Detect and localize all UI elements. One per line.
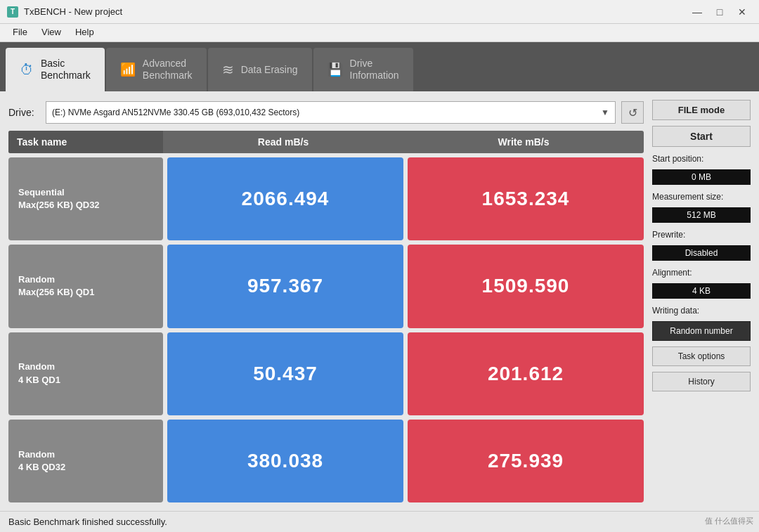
tab-drive-information-label: DriveInformation [350,58,399,82]
table-row: RandomMax(256 KB) QD1 957.367 1509.590 [8,245,644,327]
menu-bar: File View Help [0,24,759,42]
writing-data-label: Writing data: [652,306,751,316]
task-options-button[interactable]: Task options [652,346,751,366]
row-1-read: 2066.494 [167,157,403,240]
advanced-benchmark-icon: 📶 [120,62,136,77]
alignment-value: 4 KB [652,283,751,299]
row-4-read: 380.038 [167,420,403,502]
basic-benchmark-icon: ⏱ [20,62,34,78]
start-button[interactable]: Start [652,126,751,147]
row-4-label: Random4 KB QD32 [8,420,163,502]
row-2-write: 1509.590 [408,245,644,327]
drive-select[interactable]: (E:) NVMe Asgard AN512NVMe 330.45 GB (69… [46,101,616,124]
row-2-read: 957.367 [167,245,403,327]
drive-select-value: (E:) NVMe Asgard AN512NVMe 330.45 GB (69… [52,108,601,117]
maximize-button[interactable]: □ [710,4,729,20]
benchmark-table: Task name Read mB/s Write mB/s Sequentia… [8,131,644,502]
measurement-size-value: 512 MB [652,207,751,223]
app-icon: T [7,6,18,18]
header-task-name: Task name [8,131,163,153]
start-position-label: Start position: [652,154,751,164]
title-bar-controls: — □ ✕ [687,4,752,20]
header-write: Write mB/s [403,131,644,153]
drive-label: Drive: [8,107,40,118]
tab-drive-information[interactable]: 💾 DriveInformation [313,48,413,91]
alignment-label: Alignment: [652,268,751,278]
row-3-label: Random4 KB QD1 [8,332,163,415]
title-bar-left: T TxBENCH - New project [7,6,122,18]
right-panel: FILE mode Start Start position: 0 MB Mea… [652,100,751,502]
measurement-size-label: Measurement size: [652,192,751,202]
status-message: Basic Benchmark finished successfully. [8,517,167,527]
refresh-button[interactable]: ↺ [621,101,644,124]
menu-view[interactable]: View [34,25,68,40]
main-area: Drive: (E:) NVMe Asgard AN512NVMe 330.45… [0,91,759,511]
table-row: Random4 KB QD32 380.038 275.939 [8,420,644,502]
status-bar: Basic Benchmark finished successfully. [0,511,759,532]
tab-basic-benchmark[interactable]: ⏱ BasicBenchmark [6,48,105,91]
tab-bar: ⏱ BasicBenchmark 📶 AdvancedBenchmark ≋ D… [0,42,759,91]
table-header: Task name Read mB/s Write mB/s [8,131,644,153]
data-erasing-icon: ≋ [222,61,234,78]
row-2-label: RandomMax(256 KB) QD1 [8,245,163,327]
tab-advanced-benchmark-label: AdvancedBenchmark [143,58,193,82]
row-1-write: 1653.234 [408,157,644,240]
menu-help[interactable]: Help [68,25,101,40]
prewrite-label: Prewrite: [652,230,751,240]
title-bar: T TxBENCH - New project — □ ✕ [0,0,759,24]
dropdown-arrow-icon: ▼ [601,108,609,117]
menu-file[interactable]: File [6,25,34,40]
drive-row: Drive: (E:) NVMe Asgard AN512NVMe 330.45… [8,100,644,125]
row-4-write: 275.939 [408,420,644,502]
table-rows: SequentialMax(256 KB) QD32 2066.494 1653… [8,157,644,502]
table-row: Random4 KB QD1 50.437 201.612 [8,332,644,415]
watermark: 值 什么值得买 [705,516,753,526]
left-panel: Drive: (E:) NVMe Asgard AN512NVMe 330.45… [8,100,644,502]
writing-data-value[interactable]: Random number [652,321,751,341]
minimize-button[interactable]: — [687,4,707,20]
tab-basic-benchmark-label: BasicBenchmark [41,58,91,82]
drive-information-icon: 💾 [327,62,343,77]
table-row: SequentialMax(256 KB) QD32 2066.494 1653… [8,157,644,240]
history-button[interactable]: History [652,372,751,391]
row-3-read: 50.437 [167,332,403,415]
window-title: TxBENCH - New project [24,6,122,17]
tab-data-erasing[interactable]: ≋ Data Erasing [208,48,312,91]
close-button[interactable]: ✕ [732,4,752,20]
tab-data-erasing-label: Data Erasing [241,64,298,76]
prewrite-value: Disabled [652,245,751,261]
tab-advanced-benchmark[interactable]: 📶 AdvancedBenchmark [106,48,207,91]
header-read: Read mB/s [163,131,403,153]
start-position-value: 0 MB [652,169,751,185]
row-1-label: SequentialMax(256 KB) QD32 [8,157,163,240]
row-3-write: 201.612 [408,332,644,415]
refresh-icon: ↺ [628,106,637,119]
file-mode-button[interactable]: FILE mode [652,100,751,120]
